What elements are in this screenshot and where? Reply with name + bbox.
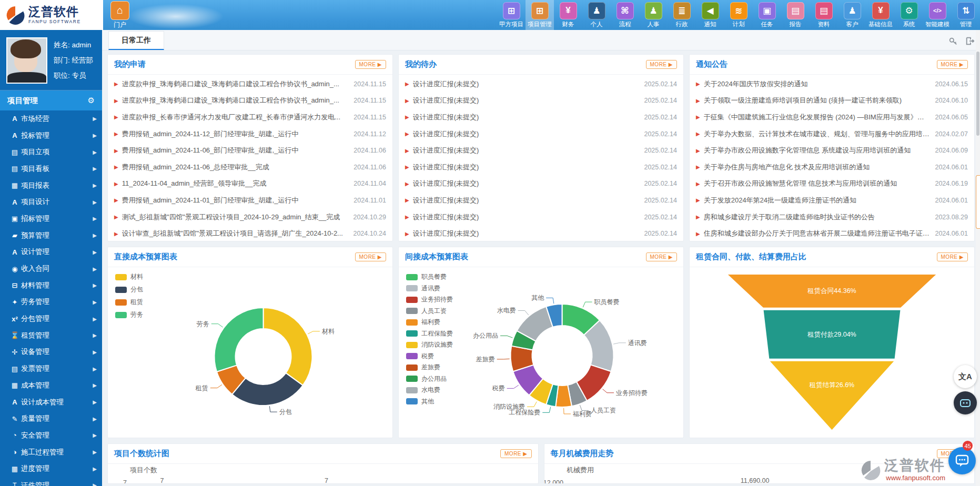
list-item[interactable]: ▶关于举办市政公用设施数字化管理信息 系统建设与应用培训班的通知2024.06.…: [696, 142, 968, 159]
topnav-item-13[interactable]: ¥基础信息: [866, 0, 895, 30]
topnav-item-14[interactable]: ⚙系统: [895, 0, 923, 30]
sidebar-item-7[interactable]: ▰预算管理▶: [0, 227, 102, 244]
sidebar-item-11[interactable]: ✦劳务管理▶: [0, 294, 102, 311]
more-button[interactable]: MORE ▶: [646, 60, 677, 69]
list-item[interactable]: ▶设计进度汇报(未提交)2025.02.14: [405, 109, 677, 126]
sidebar-item-9[interactable]: ◉收入合同▶: [0, 260, 102, 277]
data-point-marker[interactable]: [158, 483, 166, 484]
topnav-item-2[interactable]: ¥财务: [554, 0, 582, 30]
sidebar-item-16[interactable]: ▦成本管理▶: [0, 377, 102, 394]
sidebar-item-12[interactable]: x²分包管理▶: [0, 310, 102, 327]
assistant-button[interactable]: [954, 391, 977, 414]
list-item[interactable]: ▶于征集《中国建筑施工行业信息化发展报告 (2024) —BIM应用与发展》材料…: [696, 109, 968, 126]
list-item[interactable]: ▶关于发放2024年第24批一级建造师注册证书的通知2024.06.01: [696, 192, 968, 209]
sidebar-item-21[interactable]: ▦进度管理▶: [0, 460, 102, 477]
legend-item-税费[interactable]: 税费: [406, 352, 453, 361]
list-item[interactable]: ▶进度款申报_珠海鹤港口建设_珠海鹤港口建设工程合作协议书_admin_...2…: [114, 76, 386, 93]
legend-item-消防设施费[interactable]: 消防设施费: [406, 340, 453, 349]
sidebar-item-0[interactable]: A市场经营▶: [0, 110, 102, 127]
list-item[interactable]: ▶关于召开市政公用设施智慧化管理 信息技术与应用培训班的通知2024.06.19: [696, 176, 968, 193]
sidebar-item-10[interactable]: ⊟材料管理▶: [0, 277, 102, 294]
gear-icon[interactable]: ⚙: [88, 96, 95, 105]
sidebar-item-2[interactable]: ▤项目立项▶: [0, 144, 102, 160]
sidebar-item-4[interactable]: ▦项目报表▶: [0, 177, 102, 194]
list-item[interactable]: ▶住房和城乡建设部办公厅关于同意吉林省开展二级建造师注册证书电子证书试点...2…: [696, 225, 968, 241]
legend-item-福利费[interactable]: 福利费: [406, 318, 453, 327]
list-item[interactable]: ▶11_2024-11-04_admin_经营部_领导审批__完成2024.11…: [114, 176, 386, 193]
topnav-item-16[interactable]: ⇅管理: [952, 0, 980, 30]
topnav-item-4[interactable]: ⌘流程: [611, 0, 639, 30]
list-item[interactable]: ▶关于举办住房与房地产信息化 技术及应用培训班的通知2024.06.01: [696, 159, 968, 176]
more-button[interactable]: MORE ▶: [500, 449, 531, 458]
legend-item-分包[interactable]: 分包: [115, 285, 143, 294]
more-button[interactable]: MORE ▶: [355, 252, 386, 261]
topnav-item-15[interactable]: </>智能建模: [923, 0, 952, 30]
legend-item-职员餐费[interactable]: 职员餐费: [406, 272, 453, 281]
sidebar-item-1[interactable]: A投标管理▶: [0, 127, 102, 144]
topnav-item-9[interactable]: ▣任务: [753, 0, 781, 30]
chat-button[interactable]: [948, 447, 976, 474]
list-item[interactable]: ▶设计进度汇报(未提交)2025.02.14: [405, 192, 677, 209]
more-button[interactable]: MORE ▶: [355, 60, 386, 69]
sidebar-item-13[interactable]: ⌛租赁管理▶: [0, 327, 102, 344]
list-item[interactable]: ▶费用报销_admin_2024-11-12_部门经理审批_胡建,_运行中202…: [114, 126, 386, 143]
topnav-item-6[interactable]: ≣行政: [668, 0, 696, 30]
legend-item-业务招待费[interactable]: 业务招待费: [406, 295, 453, 304]
topnav-item-7[interactable]: ◀通知: [696, 0, 724, 30]
list-item[interactable]: ▶关于2024年国庆节放假安排的通知2024.06.15: [696, 76, 968, 93]
legend-item-人员工资[interactable]: 人员工资: [406, 307, 453, 316]
legend-item-水电费[interactable]: 水电费: [406, 386, 453, 394]
topnav-item-12[interactable]: ♟客户: [838, 0, 866, 30]
list-item[interactable]: ▶设计进度汇报(未提交)2025.02.14: [405, 93, 677, 109]
list-item[interactable]: ▶设计进度汇报(未提交)2025.02.14: [405, 142, 677, 159]
tab-daily-work[interactable]: 日常工作: [108, 31, 164, 50]
more-button[interactable]: MORE ▶: [646, 252, 677, 261]
sidebar-item-19[interactable]: ◔安全管理▶: [0, 427, 102, 444]
legend-item-工程保险费[interactable]: 工程保险费: [406, 329, 453, 338]
sidebar-item-5[interactable]: A项目设计▶: [0, 194, 102, 210]
data-point-marker[interactable]: [751, 483, 759, 484]
more-button[interactable]: MORE ▶: [937, 252, 968, 261]
data-point-marker[interactable]: [322, 483, 330, 484]
list-item[interactable]: ▶设计审查_彭祖新城"四馆"景观工程设计项目_请选择_胡广生_2024-10-2…: [114, 225, 386, 241]
sidebar-item-22[interactable]: ⌶证件管理▶: [0, 477, 102, 486]
sidebar-item-18[interactable]: ✎质量管理▶: [0, 410, 102, 427]
legend-item-通讯费[interactable]: 通讯费: [406, 284, 453, 293]
sidebar-item-20[interactable]: ◑施工过程管理▶: [0, 444, 102, 461]
translate-button[interactable]: 文A: [954, 365, 977, 388]
topnav-item-10[interactable]: ▤报告: [781, 0, 810, 30]
list-item[interactable]: ▶进度款申报_珠海鹤港口建设_珠海鹤港口建设工程合作协议书_admin_...2…: [114, 93, 386, 109]
donut-slice-材料[interactable]: [264, 308, 312, 386]
topnav-item-8[interactable]: ≋计划: [724, 0, 753, 30]
sidebar-item-6[interactable]: ▣招标管理▶: [0, 210, 102, 227]
legend-item-差旅费[interactable]: 差旅费: [406, 363, 453, 372]
sidebar-item-15[interactable]: ▤发票管理▶: [0, 360, 102, 377]
list-item[interactable]: ▶费用报销_admin_2024-11-06_部门经理审批_胡建,_运行中202…: [114, 142, 386, 159]
topnav-item-5[interactable]: ♟人事: [639, 0, 668, 30]
sidebar-item-17[interactable]: A设计成本管理▶: [0, 394, 102, 411]
list-item[interactable]: ▶设计进度汇报(未提交)2025.02.14: [405, 76, 677, 93]
list-item[interactable]: ▶测试_彭祖新城"四馆"景观工程设计项目_2024-10-29_admin_结束…: [114, 209, 386, 226]
topnav-item-3[interactable]: ♟个人: [582, 0, 611, 30]
legend-item-办公用品[interactable]: 办公用品: [406, 374, 453, 383]
topnav-item-1[interactable]: ⊞项目管理: [526, 0, 554, 30]
list-item[interactable]: ▶房和城乡建设厅关于取消二级建造师临时执业证书的公告2023.08.29: [696, 209, 968, 226]
topnav-item-11[interactable]: ▤资料: [810, 0, 838, 30]
list-item[interactable]: ▶设计进度汇报(未提交)2025.02.14: [405, 209, 677, 226]
password-key-icon[interactable]: [948, 36, 958, 46]
legend-item-材料[interactable]: 材料: [115, 272, 143, 281]
side-feedback-tab[interactable]: [976, 175, 980, 229]
list-item[interactable]: ▶设计进度汇报(未提交)2025.02.14: [405, 176, 677, 193]
donut-slice-劳务[interactable]: [214, 308, 263, 372]
list-item[interactable]: ▶关于领取一级注册建造师培训项目的通知 (须持一建证书前来领取)2024.06.…: [696, 93, 968, 109]
legend-item-租赁[interactable]: 租赁: [115, 298, 143, 307]
list-item[interactable]: ▶进度款申报_长春市伊通河水力发电厂改建工程_长春市伊通河水力发电...2024…: [114, 109, 386, 126]
list-item[interactable]: ▶费用报销_admin_2024-11-01_部门经理审批_胡建,_运行中202…: [114, 192, 386, 209]
legend-item-其他[interactable]: 其他: [406, 397, 453, 406]
more-button[interactable]: MORE ▶: [937, 60, 968, 69]
legend-item-劳务[interactable]: 劳务: [115, 310, 143, 319]
topnav-item-0[interactable]: ⊞甲方项目: [497, 0, 526, 30]
logout-icon[interactable]: [965, 36, 975, 46]
list-item[interactable]: ▶设计进度汇报(未提交)2025.02.14: [405, 225, 677, 241]
sidebar-item-8[interactable]: A设计管理▶: [0, 244, 102, 261]
